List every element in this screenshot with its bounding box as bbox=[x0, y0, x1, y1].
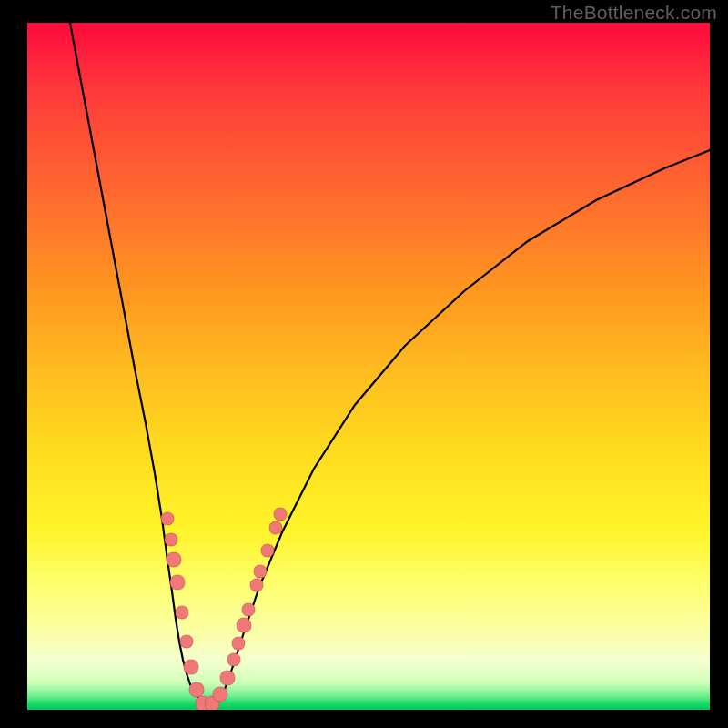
plot-area bbox=[27, 23, 710, 710]
marker-dot bbox=[228, 653, 240, 666]
watermark-text: TheBottleneck.com bbox=[551, 2, 717, 24]
curve-layer bbox=[27, 23, 710, 710]
chart-frame: TheBottleneck.com bbox=[0, 0, 728, 728]
marker-dot bbox=[261, 544, 274, 557]
marker-dot bbox=[254, 565, 267, 578]
marker-dot bbox=[269, 521, 282, 534]
marker-dot bbox=[237, 618, 251, 632]
curve-markers bbox=[161, 508, 287, 710]
marker-dot bbox=[220, 671, 235, 685]
marker-dot bbox=[165, 533, 177, 546]
marker-dot bbox=[170, 575, 185, 590]
marker-dot bbox=[180, 635, 193, 648]
marker-dot bbox=[161, 512, 174, 525]
marker-dot bbox=[274, 508, 287, 521]
marker-dot bbox=[213, 687, 228, 702]
marker-dot bbox=[232, 637, 245, 650]
marker-dot bbox=[250, 579, 263, 592]
marker-dot bbox=[242, 603, 255, 616]
bottleneck-curve bbox=[70, 23, 710, 705]
marker-dot bbox=[189, 682, 204, 697]
marker-dot bbox=[184, 660, 198, 674]
marker-dot bbox=[167, 552, 181, 567]
marker-dot bbox=[176, 606, 188, 619]
